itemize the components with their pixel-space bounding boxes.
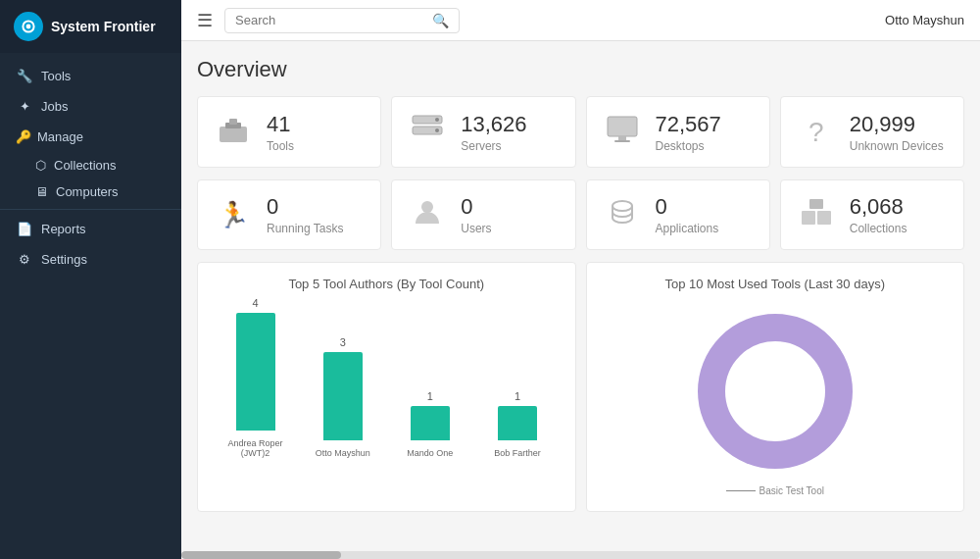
svg-rect-10 bbox=[618, 136, 626, 140]
svg-rect-9 bbox=[608, 117, 637, 136]
stat-label-desktops: Desktops bbox=[656, 139, 721, 153]
running-icon: 🏃 bbox=[214, 200, 253, 230]
bar-chart: 4Andrea Roper (JWT)23Otto Mayshun1Mando … bbox=[212, 301, 562, 458]
tools-icon: 🔧 bbox=[16, 69, 33, 83]
stat-number-desktops: 72,567 bbox=[656, 112, 721, 137]
stat-info-tasks: 0 Running Tasks bbox=[267, 194, 344, 235]
stat-card-servers: 13,626 Servers bbox=[391, 96, 575, 168]
settings-icon: ⚙ bbox=[16, 252, 33, 267]
stat-card-tools: 41 Tools bbox=[197, 96, 381, 168]
svg-point-13 bbox=[612, 201, 632, 211]
sidebar-item-collections[interactable]: ⬡ Collections bbox=[0, 152, 181, 178]
stat-label-tools: Tools bbox=[267, 139, 294, 153]
search-input[interactable] bbox=[235, 13, 426, 27]
sidebar-item-tools[interactable]: 🔧 Tools bbox=[0, 61, 181, 91]
boxes-icon bbox=[797, 195, 836, 235]
bar-label: Bob Farther bbox=[494, 448, 541, 458]
apps-icon bbox=[603, 196, 642, 234]
svg-rect-11 bbox=[614, 140, 630, 142]
sidebar: System Frontier 🔧 Tools ✦ Jobs 🔑 Manage … bbox=[0, 0, 181, 559]
stat-card-users: 0 Users bbox=[391, 179, 575, 250]
search-icon[interactable]: 🔍 bbox=[432, 13, 449, 28]
sidebar-item-manage[interactable]: 🔑 Manage bbox=[0, 122, 181, 152]
donut-svg bbox=[687, 303, 863, 480]
bar-group: 4Andrea Roper (JWT)2 bbox=[221, 297, 289, 458]
horizontal-scrollbar[interactable] bbox=[181, 551, 980, 559]
legend-line bbox=[726, 490, 756, 491]
logo-icon bbox=[14, 12, 43, 41]
charts-row: Top 5 Tool Authors (By Tool Count) 4Andr… bbox=[197, 262, 964, 512]
sidebar-nav: 🔧 Tools ✦ Jobs 🔑 Manage ⬡ Collections 🖥 … bbox=[0, 53, 181, 282]
content-area: Overview 41 Tools bbox=[181, 41, 980, 551]
svg-point-7 bbox=[435, 118, 439, 122]
bar-chart-card: Top 5 Tool Authors (By Tool Count) 4Andr… bbox=[197, 262, 576, 512]
stat-label-applications: Applications bbox=[656, 222, 719, 235]
scrollbar-thumb[interactable] bbox=[181, 551, 341, 559]
bar-chart-title: Top 5 Tool Authors (By Tool Count) bbox=[212, 277, 562, 291]
svg-point-18 bbox=[734, 350, 816, 432]
toolbox-icon bbox=[214, 111, 253, 153]
stat-number-applications: 0 bbox=[656, 194, 719, 220]
manage-icon: 🔑 bbox=[16, 129, 31, 144]
stat-label-collections: Collections bbox=[850, 222, 907, 235]
stat-number-collections: 6,068 bbox=[850, 194, 907, 220]
collections-icon: ⬡ bbox=[35, 158, 46, 173]
sidebar-item-reports[interactable]: 📄 Reports bbox=[0, 214, 181, 244]
stat-info-users: 0 Users bbox=[461, 194, 491, 235]
menu-icon[interactable]: ☰ bbox=[197, 10, 213, 31]
stat-card-unknown: ? 20,999 Unknown Devices bbox=[780, 96, 964, 168]
stat-info-unknown: 20,999 Unknown Devices bbox=[850, 112, 944, 153]
svg-rect-16 bbox=[809, 199, 823, 209]
donut-container: Basic Test Tool bbox=[601, 301, 951, 497]
app-title: System Frontier bbox=[51, 19, 156, 34]
svg-rect-15 bbox=[817, 211, 831, 225]
stat-card-collections: 6,068 Collections bbox=[780, 179, 964, 250]
jobs-icon: ✦ bbox=[16, 99, 33, 114]
desktop-icon bbox=[603, 113, 642, 151]
stats-grid-top: 41 Tools 13,626 Servers bbox=[197, 96, 964, 168]
svg-rect-4 bbox=[229, 119, 237, 125]
sidebar-header: System Frontier bbox=[0, 0, 181, 53]
stat-card-applications: 0 Applications bbox=[586, 179, 770, 250]
svg-rect-2 bbox=[220, 127, 247, 142]
svg-point-8 bbox=[435, 128, 439, 132]
bar-value: 1 bbox=[427, 390, 433, 402]
donut-chart-title: Top 10 Most Used Tools (Last 30 days) bbox=[601, 277, 951, 291]
users-icon bbox=[408, 196, 447, 234]
question-icon: ? bbox=[797, 117, 836, 148]
main-area: ☰ 🔍 Otto Mayshun Overview 41 bbox=[181, 0, 980, 559]
bar-label: Otto Mayshun bbox=[316, 448, 370, 458]
stat-number-tools: 41 bbox=[267, 112, 294, 137]
server-icon bbox=[408, 113, 447, 151]
user-name: Otto Mayshun bbox=[885, 13, 964, 27]
bar-rect bbox=[323, 352, 363, 440]
computers-icon: 🖥 bbox=[35, 184, 48, 199]
svg-rect-14 bbox=[802, 211, 815, 225]
search-container: 🔍 bbox=[224, 8, 460, 33]
donut-legend: Basic Test Tool bbox=[726, 485, 824, 496]
sidebar-item-settings[interactable]: ⚙ Settings bbox=[0, 244, 181, 275]
stat-info-collections: 6,068 Collections bbox=[850, 194, 907, 235]
bar-group: 1Bob Farther bbox=[483, 390, 551, 458]
topbar: ☰ 🔍 Otto Mayshun bbox=[181, 0, 980, 41]
stat-number-tasks: 0 bbox=[267, 194, 344, 220]
bar-rect bbox=[411, 406, 450, 440]
stat-card-tasks: 🏃 0 Running Tasks bbox=[197, 179, 381, 250]
stat-number-users: 0 bbox=[461, 194, 491, 220]
stats-grid-bottom: 🏃 0 Running Tasks 0 Users bbox=[197, 179, 964, 250]
bar-value: 3 bbox=[340, 336, 346, 348]
sidebar-item-computers[interactable]: 🖥 Computers bbox=[0, 178, 181, 205]
bar-value: 1 bbox=[514, 390, 520, 402]
svg-point-1 bbox=[26, 25, 31, 29]
stat-info-servers: 13,626 Servers bbox=[461, 112, 526, 153]
stat-info-applications: 0 Applications bbox=[656, 194, 719, 235]
stat-info-desktops: 72,567 Desktops bbox=[656, 112, 721, 153]
stat-number-servers: 13,626 bbox=[461, 112, 526, 137]
legend-label: Basic Test Tool bbox=[760, 485, 824, 496]
sidebar-item-jobs[interactable]: ✦ Jobs bbox=[0, 91, 181, 122]
stat-label-users: Users bbox=[461, 222, 491, 235]
stat-info-tools: 41 Tools bbox=[267, 112, 294, 153]
bar-label: Mando One bbox=[407, 448, 453, 458]
bar-value: 4 bbox=[253, 297, 259, 309]
bar-group: 3Otto Mayshun bbox=[309, 336, 376, 458]
